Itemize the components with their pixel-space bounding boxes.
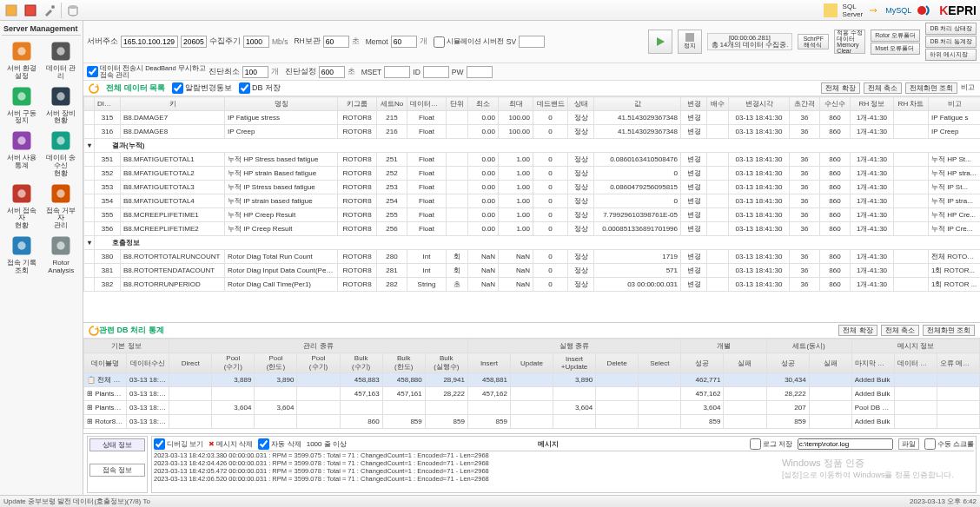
stats-col-header[interactable]: 실패: [724, 353, 766, 373]
stats-fullscreen-button[interactable]: 전체화면 조회: [923, 325, 975, 336]
stats-row[interactable]: ⊞ PlantsData202303_Hour03-13 18:00:503,6…: [84, 401, 980, 415]
sidebar-item-0[interactable]: 서버 환경 설정: [3, 39, 40, 81]
tab-status[interactable]: 상태 정보: [89, 438, 145, 451]
table-row[interactable]: 382B8.ROTORRUNPERIODRotor Diag Call Time…: [84, 278, 981, 292]
app-menu-icon[interactable]: [3, 3, 19, 18]
sim-checkbox[interactable]: 시뮬레이션 시버전: [434, 36, 504, 48]
dbsave-checkbox[interactable]: DB 저장: [239, 82, 281, 94]
stats-col-header[interactable]: Delete: [596, 353, 639, 373]
stats-col-header[interactable]: Pool(한도): [255, 353, 297, 373]
col-header[interactable]: RH 정보: [851, 97, 894, 111]
col-header[interactable]: 최소: [468, 97, 499, 111]
schrpf-button[interactable]: SchrPF 해석식: [798, 34, 829, 49]
stats-col-header[interactable]: 실패: [809, 353, 851, 373]
stats-col-header[interactable]: Bulk(실행수): [425, 353, 467, 373]
stats-col-header[interactable]: Bulk(수기): [340, 353, 382, 373]
sidebar-item-8[interactable]: 접속 기록 조회: [3, 234, 40, 275]
stats-row[interactable]: ⊞ Rotor87Group20230303-13 18:41:30860859…: [84, 415, 980, 429]
stats-col-header[interactable]: Direct: [169, 353, 212, 373]
stats-col-header[interactable]: 성공: [681, 353, 724, 373]
sidebar-item-1[interactable]: 데이터 관리: [43, 39, 80, 81]
stop-button[interactable]: 정지: [678, 30, 702, 54]
refresh-icon-2[interactable]: [89, 326, 99, 336]
col-header[interactable]: RH 차트: [894, 97, 929, 111]
play-button[interactable]: [648, 30, 672, 54]
col-header[interactable]: 상태: [568, 97, 594, 111]
sidebar-item-4[interactable]: 서버 사용 통계: [3, 128, 40, 177]
stats-col-header[interactable]: 오류 메시지: [937, 353, 979, 373]
table-row[interactable]: 353B8.MFATIGUETOTAL3누적 IP Stress based f…: [84, 181, 981, 194]
diagset-input[interactable]: [319, 66, 345, 78]
group-row[interactable]: ▾결과(누적): [84, 139, 981, 153]
stats-col-header[interactable]: Insert: [467, 353, 510, 373]
lower-msg-button[interactable]: 하위 메시지장: [925, 49, 977, 61]
stats-col-header[interactable]: Insert+Update: [553, 353, 596, 373]
sidebar-item-6[interactable]: 서버 접속자현황: [3, 181, 40, 230]
server-ip-input[interactable]: [121, 36, 178, 48]
stats-col-header[interactable]: 성공: [766, 353, 809, 373]
table-row[interactable]: 316B8.DAMAGE8IP CreepROTOR8216Float0.001…: [84, 125, 981, 139]
logsave-checkbox[interactable]: 로그 저장: [750, 438, 792, 450]
tool-icon[interactable]: [42, 3, 57, 18]
table-row[interactable]: 354B8.MFATIGUETOTAL4누적 IP strain based f…: [84, 194, 981, 208]
sidebar-item-5[interactable]: 데이터 송수신현황: [43, 128, 80, 177]
col-header[interactable]: 명칭: [225, 97, 338, 111]
table-row[interactable]: 356B8.MCREEPLIFETIME2누적 IP Creep ResultR…: [84, 222, 981, 236]
stats-row[interactable]: 📋 전체 합계03-13 18:41:573,8893,890458,88345…: [84, 373, 980, 387]
stats-col-header[interactable]: 데이터수신: [127, 353, 169, 373]
table-row[interactable]: 381B8.ROTORTENDATACOUNTRotor Diag Input …: [84, 264, 981, 278]
col-header[interactable]: 수신수: [820, 97, 851, 111]
col-header[interactable]: 세트No: [377, 97, 407, 111]
expand-all-button[interactable]: 전체 확장: [821, 82, 859, 94]
col-header[interactable]: 초간격: [790, 97, 820, 111]
fullscreen-button[interactable]: 전체화면 조회: [905, 82, 957, 94]
sidebar-item-2[interactable]: 서버 구동 정지: [3, 84, 40, 126]
collapse-all-button[interactable]: 전체 축소: [864, 82, 902, 94]
sidebar-item-3[interactable]: 서버 장비 현황: [43, 84, 80, 126]
col-header[interactable]: DI번호: [95, 97, 121, 111]
group-row[interactable]: ▾호출정보: [84, 236, 981, 250]
stats-col-header[interactable]: Bulk(한도): [382, 353, 425, 373]
rh-input[interactable]: [323, 36, 349, 48]
stats-col-header[interactable]: Pool(수기): [297, 353, 340, 373]
stats-col-header[interactable]: 마지막 메시지: [851, 353, 894, 373]
deadband-checkbox[interactable]: 데이터 전송시 DeadBand 무시하고 접속 관리: [87, 65, 206, 78]
db-icon[interactable]: [65, 3, 81, 18]
stats-collapse-button[interactable]: 전체 축소: [881, 325, 919, 336]
col-header[interactable]: 키: [121, 97, 225, 111]
refresh-icon[interactable]: [89, 83, 99, 94]
sv-input[interactable]: [519, 36, 545, 48]
sidebar-item-7[interactable]: 접속 거부자관리: [43, 181, 80, 230]
sidebar-item-9[interactable]: Rotor Analysis: [43, 234, 80, 275]
delmsg-checkbox[interactable]: ✖메시지 삭제: [209, 439, 253, 449]
autodel-checkbox[interactable]: 자동 삭제: [258, 438, 301, 450]
alarm-checkbox[interactable]: 알람변경통보: [172, 82, 232, 94]
stats-col-header[interactable]: 데이터 시간: [894, 353, 937, 373]
memot-input[interactable]: [391, 36, 417, 48]
col-header[interactable]: 배수: [707, 97, 729, 111]
mset-err-button[interactable]: Mset 오류폴더: [871, 43, 920, 55]
table-row[interactable]: 380B8.ROTORTOTALRUNCOUNTRotor Diag Total…: [84, 250, 981, 264]
table-row[interactable]: 315B8.DAMAGE7IP Fatigue stressROTOR8215F…: [84, 111, 981, 125]
col-header[interactable]: 단위: [447, 97, 468, 111]
diagmin-input[interactable]: [242, 66, 268, 78]
pw-input[interactable]: [467, 66, 493, 78]
col-header[interactable]: 데드밴드: [533, 97, 568, 111]
stats-row[interactable]: ⊞ PlantsData20230303-13 18:41:57457,1634…: [84, 387, 980, 401]
mset-input[interactable]: [384, 66, 410, 78]
collect-input[interactable]: [243, 36, 269, 48]
stats-col-header[interactable]: Pool(수기): [212, 353, 255, 373]
server-port-input[interactable]: [181, 36, 207, 48]
db-stat-button[interactable]: DB 처리 통계장: [925, 36, 977, 48]
col-header[interactable]: 비고: [929, 97, 981, 111]
rotor-err-button[interactable]: Rotor 오류폴더: [871, 30, 920, 42]
stats-table[interactable]: 기본 정보 관리 종류 실행 종류 개별 세트(동시) 메시지 정보 데이블명데…: [83, 339, 980, 429]
col-header[interactable]: 키그룹: [338, 97, 377, 111]
stats-col-header[interactable]: 데이블명: [84, 353, 127, 373]
col-header[interactable]: 데이터형식: [407, 97, 447, 111]
col-header[interactable]: 변경시각: [729, 97, 790, 111]
stats-expand-button[interactable]: 전체 확장: [838, 325, 877, 336]
stop-icon[interactable]: [23, 3, 38, 18]
stats-col-header[interactable]: Select: [639, 353, 681, 373]
table-row[interactable]: 352B8.MFATIGUETOTAL2누적 HP strain Based f…: [84, 167, 981, 181]
